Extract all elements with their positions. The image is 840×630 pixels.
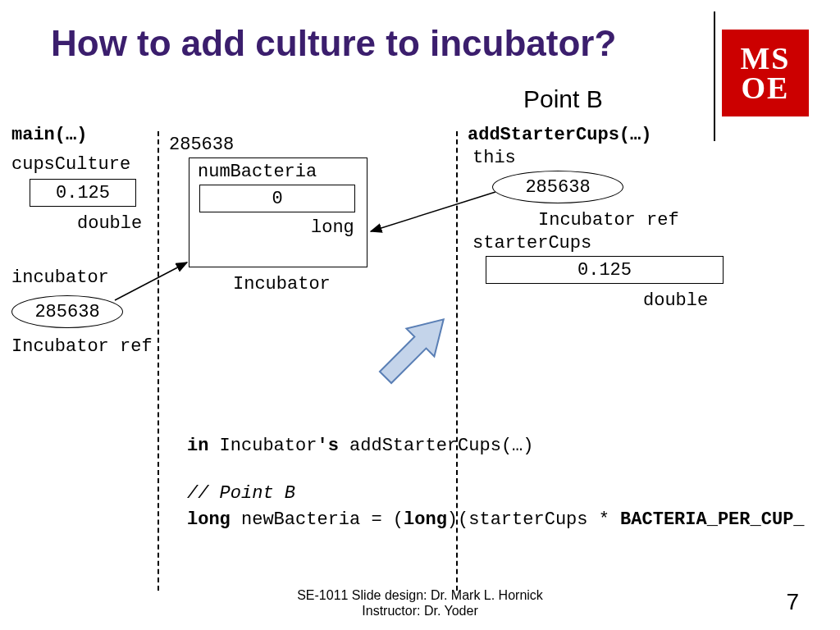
msoe-logo: MSOE <box>722 30 809 116</box>
box-startercups: 0.125 <box>486 256 724 284</box>
dashed-divider-1 <box>158 131 159 591</box>
type-numbacteria: long <box>311 217 354 238</box>
code-blank-line <box>187 459 840 481</box>
col-header-main: main(…) <box>11 125 87 145</box>
code-obj: Incubator <box>220 436 317 456</box>
field-label-numbacteria: numBacteria <box>198 162 317 182</box>
code-snippet: in Incubator's addStarterCups(…) // Poin… <box>187 433 840 533</box>
logo-divider <box>714 11 715 141</box>
code-mid2: )(starterCups * <box>447 509 620 530</box>
var-label-incubator: incubator <box>11 267 109 288</box>
incubator-object-box: numBacteria 0 long <box>189 158 368 267</box>
code-kw-long1: long <box>187 509 231 530</box>
code-kw-long2: long <box>404 509 447 530</box>
code-line-3: long newBacteria = (long)(starterCups * … <box>187 507 840 533</box>
var-label-cupsculture: cupsCulture <box>11 154 130 175</box>
svg-marker-1 <box>372 305 458 391</box>
slide-title: How to add culture to incubator? <box>51 23 616 65</box>
code-mid1: newBacteria = ( <box>231 509 404 530</box>
code-kw-in: in <box>187 436 220 456</box>
type-this: Incubator ref <box>538 210 679 231</box>
ellipse-incubator: 285638 <box>11 295 123 328</box>
footer-line-1: SE-1011 Slide design: Dr. Mark L. Hornic… <box>0 587 840 603</box>
code-poss: 's <box>317 436 349 456</box>
code-const: BACTERIA_PER_CUP_ <box>620 509 804 530</box>
var-label-startercups: starterCups <box>472 233 591 253</box>
col-header-addstarter: addStarterCups(…) <box>468 125 651 145</box>
arrow-incubator-to-object <box>115 262 187 300</box>
type-incubator: Incubator ref <box>11 336 153 357</box>
footer-line-2: Instructor: Dr. Yoder <box>0 603 840 619</box>
code-method: addStarterCups(…) <box>349 436 533 456</box>
slide-number: 7 <box>786 589 799 615</box>
code-line-1: in Incubator's addStarterCups(…) <box>187 433 840 459</box>
box-cupsculture: 0.125 <box>30 179 136 207</box>
code-comment: // Point B <box>187 481 840 507</box>
block-arrow-icon <box>372 305 458 391</box>
heap-address: 285638 <box>169 135 234 155</box>
slide-footer: SE-1011 Slide design: Dr. Mark L. Hornic… <box>0 587 840 619</box>
type-cupsculture: double <box>77 213 142 234</box>
msoe-logo-text: MSOE <box>741 43 791 103</box>
var-label-this: this <box>472 148 516 168</box>
class-label-incubator: Incubator <box>233 274 331 294</box>
ellipse-this: 285638 <box>492 171 623 203</box>
type-startercups: double <box>643 290 708 311</box>
point-b-label: Point B <box>523 85 603 113</box>
box-numbacteria: 0 <box>199 185 355 212</box>
arrow-this-to-object <box>371 192 495 231</box>
